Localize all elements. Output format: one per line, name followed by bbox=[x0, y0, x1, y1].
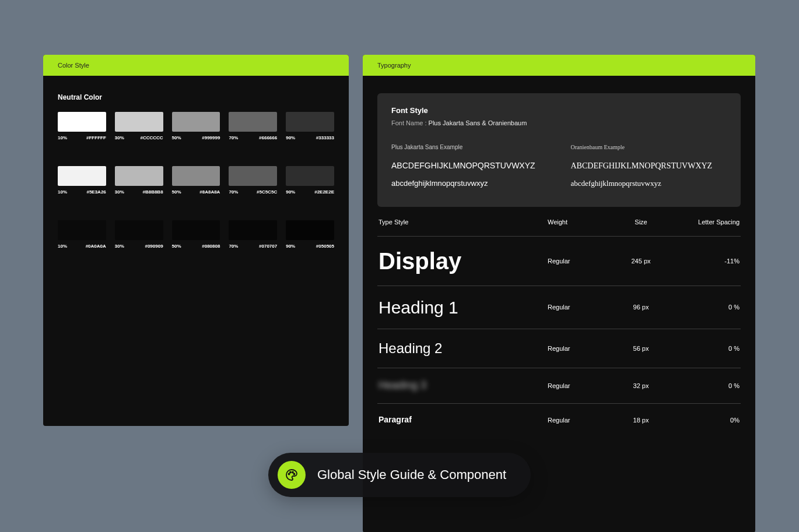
color-swatch: 10%#0A0A0A bbox=[58, 220, 106, 249]
swatch-hex: #0A0A0A bbox=[86, 244, 106, 249]
swatch-meta: 90%#050505 bbox=[286, 244, 334, 249]
swatch-hex: #5C5C5C bbox=[257, 189, 277, 195]
swatch-color bbox=[229, 220, 277, 240]
swatch-meta: 10%#0A0A0A bbox=[58, 244, 106, 249]
th-letter-spacing: Letter Spacing bbox=[673, 219, 740, 226]
swatch-percent: 30% bbox=[115, 135, 124, 140]
type-name: Heading 2 bbox=[379, 341, 548, 356]
swatch-color bbox=[229, 112, 277, 132]
swatch-percent: 50% bbox=[172, 244, 181, 249]
swatch-color bbox=[172, 220, 220, 240]
type-size: 18 px bbox=[609, 417, 673, 424]
font-style-title: Font Style bbox=[391, 106, 727, 115]
swatch-meta: 90%#2E2E2E bbox=[286, 189, 334, 195]
th-size: Size bbox=[609, 219, 673, 226]
swatch-hex: #2E2E2E bbox=[314, 189, 334, 195]
type-letter-spacing: 0 % bbox=[673, 382, 740, 389]
swatch-percent: 90% bbox=[286, 135, 295, 140]
svg-point-3 bbox=[293, 474, 295, 475]
type-row: Heading 1Regular96 px0 % bbox=[377, 286, 741, 329]
alphabet-lower-serif: abcdefghijklmnopqrstuvwxyz bbox=[571, 179, 727, 188]
swatch-hex: #B8B8B8 bbox=[142, 189, 163, 195]
swatch-hex: #333333 bbox=[316, 135, 334, 140]
color-swatch: 70%#070707 bbox=[229, 220, 277, 249]
type-weight: Regular bbox=[548, 258, 609, 265]
swatch-hex: #CCCCCC bbox=[140, 135, 163, 140]
alphabet-upper-sans: ABCDEFGHIJKLMNOPQRSTUVWXYZ bbox=[391, 159, 548, 173]
swatch-meta: 70%#070707 bbox=[229, 244, 277, 249]
type-row: Heading 2Regular56 px0 % bbox=[377, 329, 741, 368]
swatch-hex: #090909 bbox=[145, 244, 163, 249]
swatch-color bbox=[115, 112, 163, 132]
swatch-percent: 90% bbox=[286, 189, 295, 195]
swatch-color bbox=[172, 112, 220, 132]
type-size: 96 px bbox=[609, 304, 673, 311]
color-swatch: 50%#999999 bbox=[172, 112, 220, 140]
color-swatch: 10%#5E3A26 bbox=[58, 166, 106, 195]
swatch-grid: 10%#FFFFFF30%#CCCCCC50%#99999970%#666666… bbox=[58, 112, 334, 249]
neutral-color-title: Neutral Color bbox=[58, 93, 334, 101]
swatch-color bbox=[172, 166, 220, 186]
font-example-label-serif: Oranienbaum Example bbox=[571, 144, 727, 150]
type-letter-spacing: 0 % bbox=[673, 304, 740, 311]
swatch-color bbox=[58, 166, 106, 186]
alphabet-lower-sans: abcdefghijklmnopqrstuvwxyz bbox=[391, 179, 548, 188]
swatch-meta: 90%#333333 bbox=[286, 135, 334, 140]
swatch-percent: 10% bbox=[58, 244, 67, 249]
swatch-color bbox=[286, 220, 334, 240]
color-swatch: 90%#050505 bbox=[286, 220, 334, 249]
font-name-line: Font Name : Plus Jakarta Sans & Oranienb… bbox=[391, 119, 727, 126]
title-pill: Global Style Guide & Component bbox=[268, 453, 531, 497]
font-example-label-sans: Plus Jakarta Sans Example bbox=[391, 144, 548, 150]
swatch-percent: 10% bbox=[58, 189, 67, 195]
svg-point-2 bbox=[292, 472, 293, 473]
font-name-prefix: Font Name : bbox=[391, 119, 427, 126]
swatch-hex: #666666 bbox=[259, 135, 277, 140]
color-swatch: 30%#CCCCCC bbox=[115, 112, 163, 140]
type-size: 56 px bbox=[609, 345, 673, 352]
type-table-header: Type Style Weight Size Letter Spacing bbox=[377, 219, 741, 236]
color-style-panel: Color Style Neutral Color 10%#FFFFFF30%#… bbox=[43, 55, 349, 426]
swatch-color bbox=[115, 166, 163, 186]
type-weight: Regular bbox=[548, 417, 609, 424]
swatch-percent: 50% bbox=[172, 135, 181, 140]
type-size: 245 px bbox=[609, 258, 673, 265]
type-row: ParagrafRegular18 px0% bbox=[377, 403, 741, 436]
swatch-meta: 70%#666666 bbox=[229, 135, 277, 140]
type-weight: Regular bbox=[548, 382, 609, 389]
swatch-hex: #5E3A26 bbox=[86, 189, 106, 195]
swatch-meta: 50%#8A8A8A bbox=[172, 189, 220, 195]
type-weight: Regular bbox=[548, 345, 609, 352]
swatch-color bbox=[229, 166, 277, 186]
type-row: DisplayRegular245 px-11% bbox=[377, 236, 741, 286]
svg-point-1 bbox=[290, 472, 291, 473]
type-letter-spacing: -11% bbox=[673, 258, 740, 265]
swatch-color bbox=[58, 220, 106, 240]
font-example-sans: Plus Jakarta Sans Example ABCDEFGHIJKLMN… bbox=[391, 144, 548, 188]
font-example-serif: Oranienbaum Example ABCDEFGHIJKLMNOPQRST… bbox=[571, 144, 727, 188]
swatch-meta: 70%#5C5C5C bbox=[229, 189, 277, 195]
panel-header-color: Color Style bbox=[43, 55, 349, 76]
swatch-percent: 90% bbox=[286, 244, 295, 249]
th-weight: Weight bbox=[548, 219, 609, 226]
color-swatch: 70%#5C5C5C bbox=[229, 166, 277, 195]
type-name: Heading 1 bbox=[379, 298, 548, 317]
swatch-meta: 50%#999999 bbox=[172, 135, 220, 140]
swatch-color bbox=[115, 220, 163, 240]
panel-header-typo: Typography bbox=[363, 55, 755, 76]
swatch-meta: 50%#080808 bbox=[172, 244, 220, 249]
color-swatch: 50%#8A8A8A bbox=[172, 166, 220, 195]
color-swatch: 90%#333333 bbox=[286, 112, 334, 140]
type-name: Heading 3 bbox=[379, 380, 548, 392]
swatch-color bbox=[58, 112, 106, 132]
svg-point-0 bbox=[288, 474, 289, 475]
swatch-meta: 30%#B8B8B8 bbox=[115, 189, 163, 195]
swatch-color bbox=[286, 112, 334, 132]
swatch-percent: 70% bbox=[229, 135, 238, 140]
pill-text: Global Style Guide & Component bbox=[317, 467, 506, 482]
swatch-percent: 70% bbox=[229, 244, 238, 249]
font-style-card: Font Style Font Name : Plus Jakarta Sans… bbox=[377, 93, 741, 207]
palette-icon bbox=[278, 461, 306, 489]
swatch-hex: #080808 bbox=[202, 244, 220, 249]
swatch-color bbox=[286, 166, 334, 186]
